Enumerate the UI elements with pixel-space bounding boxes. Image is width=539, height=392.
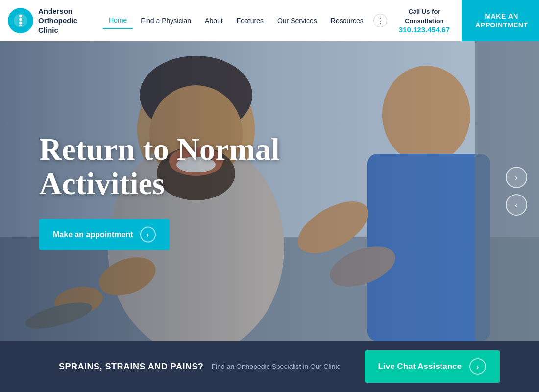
nav-item-about[interactable]: About (199, 13, 229, 28)
nav-item-services[interactable]: Our Services (271, 13, 323, 28)
bottom-promo-text: SPRAINS, STRAINS AND PAINS? Find an Orth… (59, 362, 341, 372)
bottom-sub-text: Find an Orthopedic Specialist in Our Cli… (212, 363, 341, 370)
bottom-bold-text: SPRAINS, STRAINS AND PAINS? (59, 362, 204, 372)
call-area: Call Us forConsultation 310.123.454.67 (387, 7, 462, 33)
logo-icon (8, 8, 33, 33)
hero-section: Return to Normal Activities Make an appo… (0, 41, 539, 341)
live-chat-button[interactable]: Live Chat Assistance › (365, 350, 500, 383)
hero-content: Return to Normal Activities Make an appo… (39, 132, 280, 250)
logo-text: Anderson Orthopedic Clinic (38, 6, 77, 35)
call-number[interactable]: 310.123.454.67 (399, 25, 450, 34)
cta-arrow-icon: › (140, 226, 156, 242)
slider-next-button[interactable]: › (506, 167, 527, 188)
nav-item-home[interactable]: Home (103, 12, 133, 29)
make-appointment-button[interactable]: MAKE ANAPPOINTMENT (462, 0, 539, 41)
slider-controls: › ‹ (506, 167, 527, 216)
chat-arrow-icon: › (469, 358, 486, 375)
nav-item-features[interactable]: Features (231, 13, 270, 28)
main-nav: Home Find a Physician About Features Our… (93, 12, 387, 29)
slider-prev-button[interactable]: ‹ (506, 194, 527, 216)
bottom-bar: SPRAINS, STRAINS AND PAINS? Find an Orth… (0, 341, 539, 392)
hero-cta-button[interactable]: Make an appointment › (39, 219, 170, 250)
nav-item-physician[interactable]: Find a Physician (135, 13, 197, 28)
call-label: Call Us forConsultation (399, 7, 450, 25)
logo-area: Anderson Orthopedic Clinic (0, 6, 93, 35)
hero-title: Return to Normal Activities (39, 132, 280, 201)
live-chat-label: Live Chat Assistance (378, 362, 462, 371)
nav-more-button[interactable]: ⋮ (373, 14, 387, 27)
hero-cta-label: Make an appointment (53, 230, 133, 239)
header: Anderson Orthopedic Clinic Home Find a P… (0, 0, 539, 41)
header-right: Call Us forConsultation 310.123.454.67 M… (387, 0, 539, 41)
svg-rect-5 (20, 15, 21, 26)
nav-item-resources[interactable]: Resources (325, 13, 369, 28)
